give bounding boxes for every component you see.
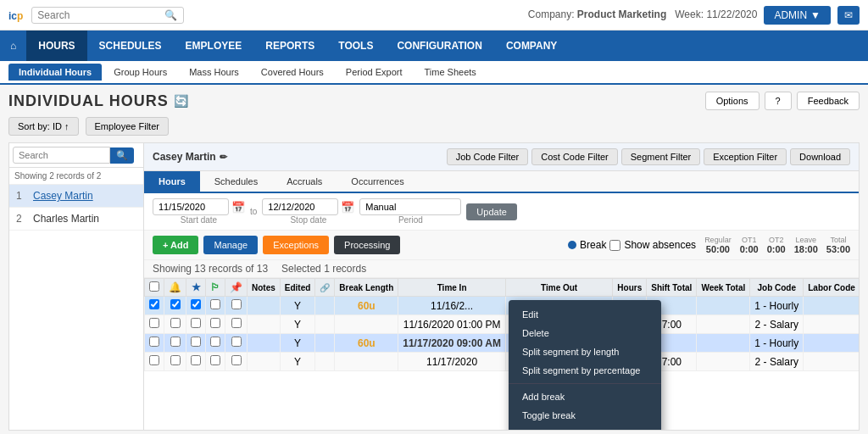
employee-search-input[interactable] [13,147,110,164]
right-panel: Casey Martin ✏ Job Code Filter Cost Code… [144,142,860,431]
page-title: INDIVIDUAL HOURS [8,92,169,110]
row-pin-checkbox[interactable] [231,299,242,309]
show-absences-label: Show absences [624,239,696,251]
processing-button[interactable]: Processing [334,236,400,254]
show-absences-checkbox[interactable] [609,240,620,251]
total-value: 53:00 [826,244,850,254]
context-menu-edit[interactable]: Edit [509,305,661,324]
context-menu-audit-log[interactable]: Audit Log [509,425,661,431]
employee-name-link[interactable]: Casey Martin [33,190,93,202]
nav-item-configuration[interactable]: CONFIGURATION [385,31,493,61]
nav-item-tools[interactable]: TOOLS [326,31,385,61]
context-menu-add-break[interactable]: Add break [509,387,661,406]
edit-name-icon[interactable]: ✏ [220,152,227,163]
col-time-out: Time Out [505,279,612,297]
row-bell-checkbox[interactable] [170,318,181,328]
col-shift-total: Shift Total [647,279,697,297]
context-menu-delete[interactable]: Delete [509,324,661,342]
subnav-time-sheets[interactable]: Time Sheets [415,64,487,81]
sort-button[interactable]: Sort by: ID ↑ [8,117,79,136]
col-link: 🔗 [315,279,335,297]
row-pin-checkbox[interactable] [231,318,242,328]
period-input[interactable] [359,198,461,215]
row-star-checkbox[interactable] [191,355,201,365]
employee-item[interactable]: 2 Charles Martin [9,208,143,231]
context-menu-divider [509,383,661,384]
subnav-individual-hours[interactable]: Individual Hours [8,64,102,81]
row-bell-checkbox[interactable] [170,337,181,347]
row-star-checkbox[interactable] [191,318,201,328]
row-star-checkbox[interactable] [191,299,201,309]
col-notes: Notes [248,279,281,297]
row-flag-checkbox[interactable] [210,355,220,365]
stop-date-input[interactable] [262,198,338,215]
tab-occurrences[interactable]: Occurrences [337,171,418,192]
row-pin-checkbox[interactable] [231,355,242,365]
row-checkbox[interactable] [149,355,159,365]
start-date-input[interactable] [153,198,229,215]
col-hours: Hours [613,279,647,297]
exception-filter-button[interactable]: Exception Filter [704,148,787,165]
nav-item-employee[interactable]: EMPLOYEE [174,31,254,61]
select-all-checkbox[interactable] [149,281,159,292]
nav-bar: ⌂ HOURS SCHEDULES EMPLOYEE REPORTS TOOLS… [0,31,868,61]
employee-filter-button[interactable]: Employee Filter [86,117,169,136]
job-code-filter-button[interactable]: Job Code Filter [447,148,529,165]
table-row[interactable]: Y 11/17/2020 11/17/2020 05:00 PM 4:00 7:… [145,353,860,371]
time-in-cell: 11/16/2020 01:00 PM [398,315,506,334]
add-button[interactable]: + Add [153,236,198,254]
top-search-input[interactable] [37,9,164,21]
context-menu-split-length[interactable]: Split segment by length [509,342,661,361]
nav-item-hours[interactable]: HOURS [26,31,86,61]
segment-filter-button[interactable]: Segment Filter [621,148,701,165]
nav-item-company[interactable]: COMPANY [494,31,569,61]
table-row[interactable]: Y 11/16/2020 01:00 PM 11/16/2020 05:00 P… [145,315,860,334]
tab-schedules[interactable]: Schedules [200,171,272,192]
row-checkbox[interactable] [149,299,159,309]
leave-value: 18:00 [794,244,818,254]
table-row[interactable]: Y 60u 11/16/2... 3:00 1 - Hourly 0.00 [145,297,860,315]
records-count-label: Showing 13 records of 13 [153,263,268,275]
row-flag-checkbox[interactable] [210,337,220,347]
context-menu-split-percentage[interactable]: Split segment by percentage [509,361,661,380]
home-nav-item[interactable]: ⌂ [0,31,26,61]
update-button[interactable]: Update [466,203,516,220]
tab-hours[interactable]: Hours [144,171,200,192]
admin-button[interactable]: ADMIN ▼ [764,6,831,25]
row-star-checkbox[interactable] [191,337,201,347]
employee-item[interactable]: 1 Casey Martin [9,185,143,208]
start-date-calendar-icon[interactable]: 📅 [231,201,245,214]
subnav-period-export[interactable]: Period Export [336,64,413,81]
cost-code-filter-button[interactable]: Cost Code Filter [531,148,617,165]
row-bell-checkbox[interactable] [170,299,181,309]
subnav-mass-hours[interactable]: Mass Hours [179,64,249,81]
row-flag-checkbox[interactable] [210,299,220,309]
exceptions-button[interactable]: Exceptions [263,236,329,254]
page-title-icon: 🔄 [174,94,188,108]
row-pin-checkbox[interactable] [231,337,242,347]
employee-search-button[interactable]: 🔍 [110,147,134,164]
row-bell-checkbox[interactable] [170,355,181,365]
stop-date-label: Stop date [290,215,326,225]
row-flag-checkbox[interactable] [210,318,220,328]
download-button[interactable]: Download [790,148,850,165]
tab-accruals[interactable]: Accruals [272,171,337,192]
stop-date-calendar-icon[interactable]: 📅 [341,201,354,214]
feedback-button[interactable]: Feedback [797,92,860,110]
job-code-cell: 1 - Hourly [750,334,804,353]
nav-item-schedules[interactable]: SCHEDULES [87,31,174,61]
row-checkbox[interactable] [149,318,159,328]
context-menu-toggle-break[interactable]: Toggle break [509,406,661,425]
options-button[interactable]: Options [705,92,760,110]
help-button[interactable]: ? [765,92,792,110]
top-search-box[interactable]: 🔍 [31,7,184,24]
manage-button[interactable]: Manage [203,236,258,254]
search-icon: 🔍 [164,9,177,21]
col-checkbox[interactable] [145,279,164,297]
subnav-group-hours[interactable]: Group Hours [103,64,177,81]
mail-button[interactable]: ✉ [837,6,860,25]
table-row[interactable]: Y 60u 11/17/2020 09:00 AM 11/17/2020 12:… [145,334,860,353]
nav-item-reports[interactable]: REPORTS [253,31,326,61]
row-checkbox[interactable] [149,337,159,347]
subnav-covered-hours[interactable]: Covered Hours [251,64,334,81]
